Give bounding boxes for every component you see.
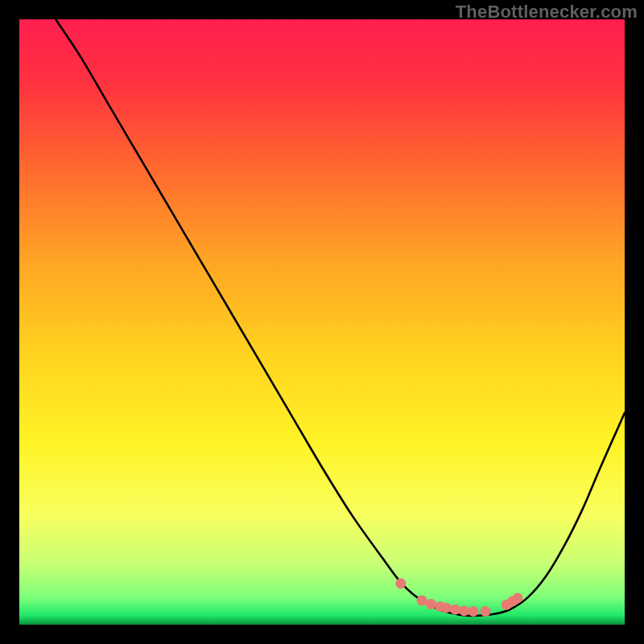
gradient-background: [19, 19, 625, 625]
chart-plot-area: [19, 19, 625, 625]
marker-dot: [417, 595, 427, 605]
marker-dot: [426, 599, 436, 609]
marker-dot: [450, 605, 460, 615]
marker-dot: [481, 606, 491, 617]
bottleneck-chart: [19, 19, 625, 625]
marker-dot: [512, 592, 522, 603]
marker-dot: [469, 606, 479, 617]
marker-dot: [441, 602, 452, 613]
marker-dot: [459, 605, 469, 616]
marker-dot: [395, 578, 406, 588]
